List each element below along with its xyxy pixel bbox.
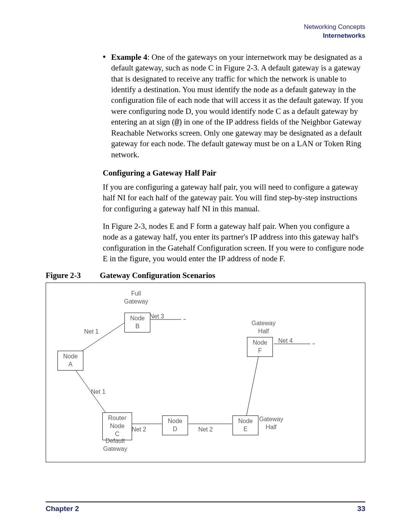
example-4-text: Example 4: One of the gateways on your i… [111,52,365,160]
bullet-icon: • [103,52,107,160]
header-subsection: Internetworks [46,32,365,40]
node-f: NodeF [247,337,273,357]
page-footer: Chapter 2 33 [46,502,365,513]
label-net4: Net 4 [278,337,293,345]
node-b: NodeB [124,313,150,332]
label-full-gateway: FullGateway [124,290,148,306]
node-d: NodeD [162,415,188,435]
example-4-bullet: • Example 4: One of the gateways on your… [103,52,365,160]
page-header: Networking Concepts Internetworks [46,23,365,40]
label-net2-left: Net 2 [132,426,146,434]
node-c: RouterNodeC [102,412,132,440]
paragraph-1: If you are configuring a gateway half pa… [103,182,365,214]
label-default-gateway: DefaultGateway [103,437,127,453]
paragraph-2: In Figure 2-3, nodes E and F form a gate… [103,221,365,264]
at-sign-code: @ [175,118,179,127]
footer-page-number: 33 [357,505,365,513]
figure-number: Figure 2-3 [46,271,81,280]
label-gateway-half-top: GatewayHalf [252,320,276,335]
label-net3: Net 3 [150,313,164,321]
label-gateway-half-right: GatewayHalf [259,415,283,431]
subheading-gateway-half-pair: Configuring a Gateway Half Pair [103,168,365,178]
header-section: Networking Concepts [46,23,365,32]
figure-title: Gateway Configuration Scenarios [100,271,215,280]
label-net1-bottom: Net 1 [91,388,105,396]
label-net2-right: Net 2 [198,426,213,434]
example-label: Example 4 [111,53,147,62]
node-e: NodeE [233,415,258,435]
footer-chapter: Chapter 2 [46,505,79,513]
svg-line-6 [247,355,259,415]
diagram-lines [46,283,365,462]
figure-2-3-diagram: FullGateway NodeA Net 1 NodeB Net 3 Net … [46,283,365,462]
figure-caption: Figure 2-3 Gateway Configuration Scenari… [46,271,365,280]
node-a: NodeA [57,351,83,371]
label-net1-top: Net 1 [84,328,99,336]
